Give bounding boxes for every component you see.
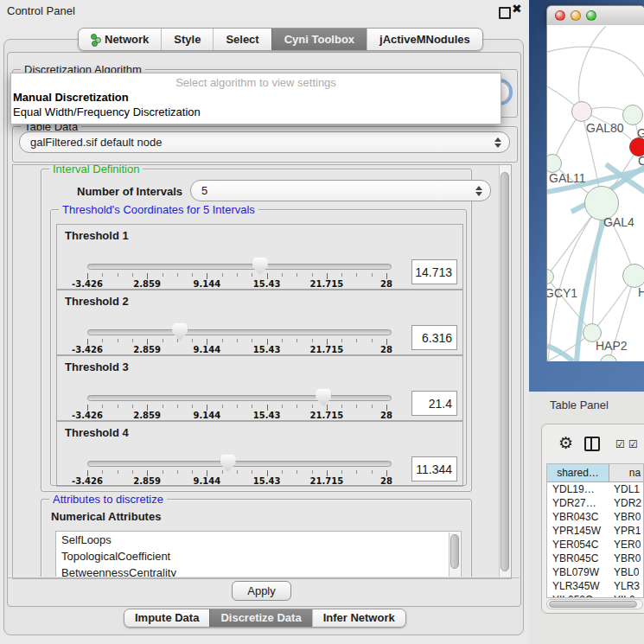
slider-tick	[386, 339, 387, 345]
slider-thumb[interactable]	[220, 455, 236, 472]
slider-tick	[386, 273, 387, 279]
apply-button[interactable]: Apply	[232, 581, 291, 601]
slider-tick	[341, 470, 342, 474]
network-node-g[interactable]	[622, 105, 643, 125]
table-row[interactable]: YDL19…YDL1	[547, 482, 644, 496]
slider-track[interactable]	[87, 329, 392, 335]
slider-tick	[372, 339, 373, 342]
table-horizontal-scrollbar-thumb[interactable]	[549, 601, 637, 608]
table-row[interactable]: YBR045CYBR0	[547, 552, 644, 565]
table-row[interactable]: YLR345WYLR3	[547, 579, 644, 593]
network-node-h[interactable]	[622, 264, 644, 288]
slider-tick-label: -3.426	[72, 476, 103, 486]
numerical-attributes-list[interactable]: SelfLoopsTopologicalCoefficientBetweenne…	[55, 531, 462, 577]
slider-tick	[132, 273, 133, 277]
gear-icon[interactable]: ⚙	[558, 433, 573, 453]
table-row[interactable]: YBL079WYBL0	[547, 565, 644, 579]
slider-thumb[interactable]	[316, 389, 331, 406]
attributes-list-scrollbar-thumb[interactable]	[450, 534, 459, 569]
slider-tick	[222, 470, 223, 474]
slider-tick-label: 9.144	[194, 345, 221, 354]
cell-shared-name: YBR045C	[552, 552, 608, 565]
combobox-arrows-icon	[494, 137, 501, 148]
close-icon[interactable]: ✖	[512, 2, 522, 16]
table-row[interactable]: YDR27…YDR2	[547, 496, 644, 510]
slider-tick	[222, 273, 223, 277]
tab-network[interactable]: Network	[79, 29, 161, 50]
tab-infer-network[interactable]: Infer Network	[312, 609, 405, 627]
threshold-value-field[interactable]: 6.316	[411, 325, 457, 350]
tab-cyni-toolbox[interactable]: Cyni Toolbox	[271, 29, 367, 50]
slider-tick	[372, 405, 373, 408]
network-view[interactable]: GAL80GCGAL11GAL4GCY1HHAP2	[546, 25, 644, 361]
tab-jactivemnodules[interactable]: jActiveMNodules	[367, 29, 482, 50]
mac-close-icon[interactable]	[555, 10, 565, 21]
table-row[interactable]: YIL052CYIL0	[547, 593, 644, 598]
cell-name: YPR1	[614, 524, 641, 538]
table-row[interactable]: YBR043CYBR0	[547, 510, 644, 524]
attribute-list-item[interactable]: SelfLoops	[56, 532, 461, 548]
slider-track[interactable]	[87, 461, 392, 467]
checkbox-icon[interactable]: ☑	[615, 438, 625, 450]
slider-tick-label: 28	[380, 476, 392, 486]
slider-thumb[interactable]	[252, 258, 268, 275]
table-horizontal-scrollbar[interactable]	[546, 599, 643, 609]
slider-tick	[267, 273, 268, 279]
tab-label: Discretize Data	[220, 609, 301, 627]
node-label: HAP2	[596, 339, 628, 353]
slider-tick	[312, 405, 313, 408]
split-panel-icon[interactable]	[584, 437, 600, 451]
mac-minimize-icon[interactable]	[571, 10, 581, 21]
attribute-list-item[interactable]: TopologicalCoefficient	[56, 548, 461, 564]
table-data-combobox[interactable]: galFiltered.sif default node	[19, 131, 510, 153]
attributes-list-scrollbar[interactable]	[449, 532, 460, 577]
cell-name: YDL1	[614, 482, 640, 496]
settings-scrollbar[interactable]	[499, 165, 511, 577]
slider-tick	[237, 273, 238, 277]
column-header-shared-name[interactable]: shared…	[547, 464, 609, 482]
threshold-value-field[interactable]: 11.344	[411, 456, 457, 481]
threshold-value-field[interactable]: 14.713	[411, 259, 457, 284]
slider-tick	[177, 405, 178, 408]
tab-label: Impute Data	[135, 609, 199, 627]
tab-style[interactable]: Style	[161, 29, 213, 50]
slider-tick	[386, 405, 387, 411]
attribute-list-item[interactable]: BetweennessCentrality	[56, 564, 461, 577]
slider-tick	[147, 273, 148, 279]
network-window-titlebar[interactable]	[546, 5, 644, 26]
slider-thumb[interactable]	[172, 323, 188, 341]
table-row[interactable]: YPR145WYPR1	[547, 524, 644, 538]
slider-track[interactable]	[87, 395, 392, 401]
settings-scrollbar-thumb[interactable]	[501, 172, 509, 571]
slider-tick-label: 15.43	[253, 411, 281, 420]
network-node-gal80[interactable]	[571, 101, 592, 122]
threshold-label: Threshold 2	[65, 295, 129, 308]
algorithm-option[interactable]: Manual Discretization	[11, 90, 501, 105]
slider-tick	[282, 273, 283, 277]
interval-definition-title: Interval Definition	[49, 165, 143, 175]
column-header-name[interactable]: na	[609, 464, 644, 482]
slider-track[interactable]	[87, 264, 392, 270]
tab-discretize-data[interactable]: Discretize Data	[209, 609, 311, 627]
slider-tick	[252, 470, 252, 474]
float-window-icon[interactable]	[499, 7, 511, 19]
slider-tick	[163, 339, 163, 342]
slider-tick	[163, 273, 163, 277]
node-table[interactable]: shared… na YDL19…YDL1YDR27…YDR2YBR043CYB…	[546, 463, 644, 598]
mac-zoom-icon[interactable]	[586, 10, 596, 21]
tab-impute-data[interactable]: Impute Data	[124, 609, 209, 627]
slider-tick	[87, 339, 88, 345]
algorithm-option[interactable]: Equal Width/Frequency Discretization	[11, 105, 501, 119]
tab-select[interactable]: Select	[213, 29, 271, 50]
checkbox-icon[interactable]: ☑	[628, 438, 638, 450]
number-of-intervals-combobox[interactable]: 5	[190, 180, 491, 201]
slider-tick	[267, 339, 268, 345]
slider-tick-label: 9.144	[194, 279, 221, 289]
slider-tick	[118, 405, 118, 408]
slider-tick	[222, 339, 223, 342]
table-row[interactable]: YER054CYER0	[547, 538, 644, 552]
cell-name: YDR2	[614, 496, 641, 510]
threshold-value-field[interactable]: 21.4	[411, 391, 457, 416]
node-label: GCY1	[546, 286, 577, 300]
slider-tick	[312, 339, 313, 342]
